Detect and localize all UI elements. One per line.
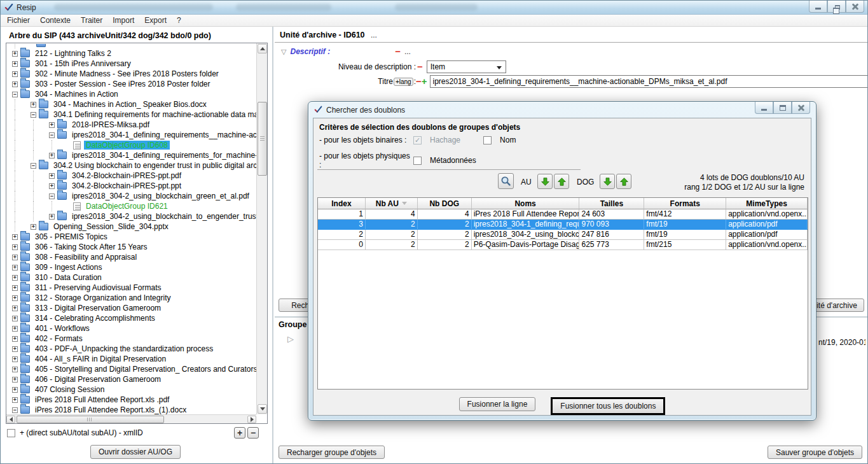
section-expand-icon[interactable]: ▽ [281,48,286,56]
menu-item-export[interactable]: Export [139,15,172,25]
tree-row[interactable]: +308 - Feasibility and Appraisal [7,252,256,262]
dog-previous-button[interactable] [616,174,631,189]
tree-row[interactable]: +304.2-Blockchain-iPRES-ppt.ppt [7,181,256,191]
recharger-groupe-objets-button[interactable]: Recharger groupe d'objets [279,446,385,459]
tree-row[interactable]: +402 - Formats [7,334,256,344]
collapse-toggle-icon[interactable]: − [31,112,36,118]
tree-row[interactable]: −304.2 Using blockchain to engender trus… [7,160,256,171]
remove-descriptif-icon[interactable]: − [395,48,401,55]
scroll-down-button[interactable] [258,404,267,414]
tree-row[interactable]: +407 Closing Session [7,384,256,395]
tree-row[interactable]: DataObjectGroup ID608 [7,140,256,150]
titre-input[interactable] [430,75,868,88]
dialog-close-button[interactable] [792,102,810,114]
tree-row[interactable]: +ipres2018_304-2_using_blockchain_to_eng… [7,211,256,221]
expand-toggle-icon[interactable]: + [49,122,55,128]
niveau-description-select[interactable]: Item [427,60,506,73]
tree-row[interactable]: +305 - PREMIS Topics [7,232,256,242]
expand-toggle-icon[interactable]: + [12,387,18,393]
scroll-up-button[interactable] [258,44,267,53]
expand-toggle-icon[interactable]: + [12,234,18,240]
search-duplicates-button[interactable] [498,173,514,189]
tree-row[interactable]: +309 - Ingest Actions [7,262,256,272]
tree-row[interactable]: +405 - Storytelling and Digital Preserva… [7,364,256,374]
vertical-scroll-thumb[interactable] [258,102,267,176]
tree-row[interactable]: −ipres2018_304-2_using_blockchain_green_… [7,191,256,201]
tree-row[interactable]: +304.2-Blockchain-iPRES-ppt.pdf [7,171,256,181]
tree-row[interactable]: −304.1 Defining requirements for machine… [7,109,256,120]
tree-row[interactable]: +401 - Workflows [7,323,256,334]
collapse-toggle-icon[interactable]: − [49,132,55,138]
add-lang-badge[interactable]: +lang [394,78,413,86]
expand-toggle-icon[interactable]: + [12,275,18,281]
expand-toggle-icon[interactable]: + [12,265,18,271]
fusionner-tous-doublons-button[interactable]: Fusionner tous les doublons [551,397,665,415]
expand-toggle-icon[interactable]: + [49,214,55,220]
tree-row[interactable]: −iPres 2018 Full Attendee Report.xls_(1)… [7,405,256,414]
column-header-formats[interactable]: Formats [644,198,726,209]
column-header-nb-dog[interactable]: Nb DOG [418,198,472,209]
expand-toggle-icon[interactable]: + [49,173,55,179]
column-header-mimetypes[interactable]: MimeTypes [726,198,808,209]
scroll-right-button[interactable] [247,416,256,423]
expand-toggle-icon[interactable]: + [12,346,18,352]
expand-toggle-icon[interactable]: + [31,224,36,230]
tree-row[interactable]: +314 - Celebrating Accomplishments [7,313,256,323]
menu-item-contexte[interactable]: Contexte [35,15,76,25]
expand-all-button[interactable]: + [234,427,245,439]
tree-row[interactable]: DataObjectGroup ID621 [7,201,256,211]
hachage-checkbox[interactable]: ✓ [413,136,422,144]
nom-checkbox[interactable] [483,136,492,144]
expand-toggle-icon[interactable]: + [12,336,18,342]
tree-row[interactable]: +306 - Taking Stock After 15 Years [7,242,256,252]
tree-row[interactable]: +311 - Preserving Audiovisual Formats [7,283,256,293]
tree-row[interactable]: +404 - All_s FAIR in Digital Preservatio… [7,354,256,364]
restore-button[interactable] [827,1,846,13]
column-header-nb-au[interactable]: Nb AU [366,198,418,209]
tree-row[interactable]: +301 - 15th iPres Anniversary [7,59,256,69]
tree-row[interactable]: +313 - Digital Preservation Gameroom [7,303,256,313]
expand-toggle-icon[interactable]: + [12,81,18,87]
expand-toggle-icon[interactable]: + [49,153,55,158]
tree-row[interactable]: +304 - Machines in Action_ Speaker Bios.… [7,99,256,109]
tree-row[interactable]: +2018-IPRES-Miksa.pdf [7,120,256,130]
tree-horizontal-scrollbar[interactable] [6,414,256,423]
column-header-tailles[interactable]: Tailles [579,198,644,209]
tree-row[interactable]: +212 - Lightning Talks 2 [7,48,256,59]
expand-toggle-icon[interactable]: + [12,285,18,291]
table-row[interactable]: 322ipres2018_304-1_defining_requ...970 0… [318,220,808,230]
dog-next-button[interactable] [600,174,615,189]
horizontal-scroll-thumb[interactable] [17,416,164,423]
tree-row[interactable]: +310 - Data Curation [7,272,256,283]
tree-row[interactable]: +403 - PDF-A_Unpacking the standardizati… [7,344,256,354]
dialog-minimize-button[interactable] [755,102,773,114]
remove-titre-icon[interactable]: − [416,78,422,85]
expand-toggle-icon[interactable]: + [12,326,18,332]
expand-toggle-icon[interactable]: + [12,61,18,67]
tree-row[interactable]: +406 - Digital Preservation Gameroom [7,374,256,384]
table-row[interactable]: 222ipres2018_304-2_using_blockch...247 8… [318,230,808,240]
dialog-maximize-button[interactable] [773,102,792,114]
tree-vertical-scrollbar[interactable] [256,43,267,414]
remove-niveau-icon[interactable]: − [417,64,423,70]
collapse-all-button[interactable]: − [247,427,259,439]
menu-item-[interactable]: ? [172,15,186,25]
tree-row[interactable]: −304 - Machines in Action [7,89,256,99]
tree-row[interactable]: +303 - Poster Session - See iPres 2018 P… [7,79,256,89]
sauver-unite-archive-button[interactable]: ité d'archive [809,299,864,312]
au-next-button[interactable] [537,174,553,189]
tree-row[interactable] [7,44,256,48]
expand-toggle-icon[interactable]: + [12,367,18,372]
expand-toggle-icon[interactable]: + [49,183,55,189]
menu-item-traiter[interactable]: Traiter [76,15,107,25]
menu-item-fichier[interactable]: Fichier [2,15,35,25]
collapse-toggle-icon[interactable]: − [12,407,18,413]
metadonnees-checkbox[interactable] [413,157,422,165]
expand-toggle-icon[interactable]: + [12,255,18,260]
tree-row[interactable]: +Opening_Session_Slide_304.pptx [7,221,256,232]
add-titre-icon[interactable]: + [422,78,427,85]
sauver-groupe-objets-button[interactable]: Sauver groupe d'objets [768,446,862,459]
expand-toggle-icon[interactable]: + [12,397,18,403]
expand-toggle-icon[interactable]: + [12,377,18,383]
expand-toggle-icon[interactable]: + [12,71,18,77]
